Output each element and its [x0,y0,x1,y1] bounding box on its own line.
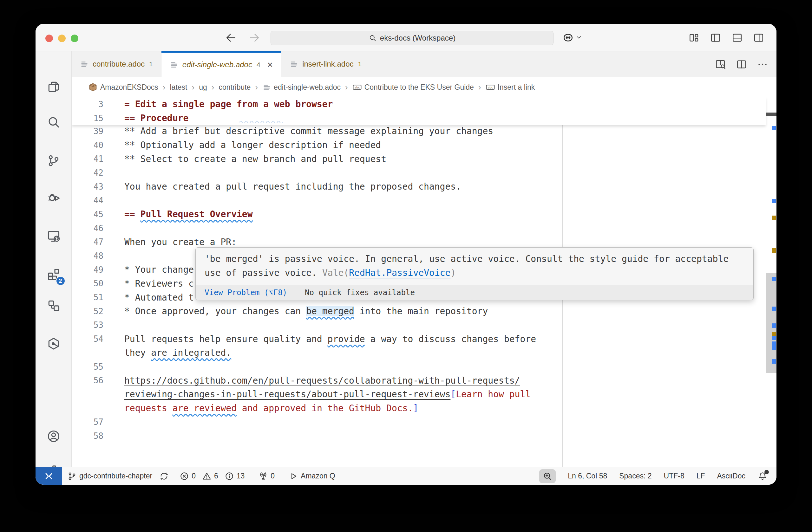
ports-status[interactable]: 0 [259,471,275,481]
screen-zoom-button[interactable] [539,469,556,483]
search-activity-button[interactable] [44,113,63,131]
breadcrumb-item[interactable]: ug [199,83,207,92]
line-content: = Edit a single page from a web browser [124,99,333,109]
breadcrumb-item[interactable]: latest [170,83,187,92]
code-line[interactable]: 39** Add a brief but descriptive commit … [72,124,777,138]
extensions-activity-button[interactable]: 2 [44,265,63,284]
source-control-activity-button[interactable] [44,151,63,170]
vale-rule-link[interactable]: RedHat.PassiveVoice [349,268,450,278]
line-number: 40 [72,141,107,150]
copilot-menu[interactable] [562,31,582,43]
account-icon [47,429,61,443]
line-number: 46 [72,223,107,233]
warning-count[interactable]: 6 [202,471,218,481]
line-number: 53 [72,320,107,330]
code-line[interactable]: 40** Optionally add a longer description… [72,138,777,152]
remote-explorer-activity-button[interactable] [44,227,63,246]
breadcrumb-item[interactable]: abcContribute to the EKS User Guide [352,83,474,92]
code-line[interactable]: they are integrated. [72,346,777,360]
code-line[interactable]: 45== Pull Request Overview [72,207,777,221]
code-line[interactable]: 58 [72,429,777,443]
hexagon-tool-activity-button[interactable] [44,335,63,353]
error-count[interactable]: 0 [179,471,196,481]
encoding-label: UTF-8 [664,472,684,480]
remote-indicator-button[interactable] [35,467,62,485]
panel-right-button[interactable] [752,31,765,44]
line-number: 55 [72,362,107,372]
code-line[interactable]: 41** Select to create a new branch and p… [72,152,777,166]
panel-left-button[interactable] [709,31,722,44]
breadcrumb-item[interactable]: AmazonEKSDocs [88,83,158,92]
breadcrumb-item[interactable]: contribute [219,83,250,92]
go-forward-button[interactable] [248,31,261,44]
notifications-button[interactable] [757,471,768,481]
panel-bottom-button[interactable] [731,31,743,44]
tab-bar: contribute.adoc1edit-single-web.adoc4×in… [72,51,777,77]
account-activity-button[interactable] [44,427,63,445]
tab-contribute.adoc[interactable]: contribute.adoc1 [72,51,161,77]
code-line[interactable]: 15== Procedure [72,111,766,125]
language-mode[interactable]: AsciiDoc [717,472,745,480]
amazon-q-status[interactable]: Amazon Q [289,471,335,481]
close-tab-icon[interactable]: × [267,60,273,70]
code-line[interactable]: requests are reviewed and approved in th… [72,401,777,415]
eol[interactable]: LF [697,472,705,480]
tab-insert-link.adoc[interactable]: insert-link.adoc1 [281,51,370,77]
code-line[interactable]: 56https://docs.github.com/en/pull-reques… [72,373,777,387]
line-number: 48 [72,251,107,261]
scrollbar-thumb[interactable] [766,273,777,373]
line-number: 15 [72,114,107,123]
encoding[interactable]: UTF-8 [664,472,684,480]
code-token: ** Add a brief but descriptive commit me… [124,126,493,136]
run-debug-activity-button[interactable] [44,188,63,207]
code-line[interactable]: 55 [72,360,777,374]
breadcrumb-item[interactable]: edit-single-web.adoc [262,83,340,92]
explorer-activity-button[interactable] [44,78,63,96]
more-actions-button[interactable] [757,59,768,70]
code-line[interactable]: 52* Once approved, your changes can be m… [72,304,777,318]
sync-status[interactable] [159,471,169,481]
line-content: * Your change [124,264,194,275]
zoom-window-button[interactable] [71,34,78,42]
code-line[interactable]: 57 [72,415,777,429]
code-line[interactable]: 54Pull requests help ensure quality and … [72,332,777,346]
code-line[interactable]: 47When you create a PR: [72,235,777,249]
branch-status[interactable]: gdc-contribute-chapter [67,471,152,481]
line-number: 56 [72,376,107,385]
code-editor[interactable]: 39** Add a brief but descriptive commit … [72,97,777,467]
overview-ruler[interactable] [766,97,777,467]
cursor-position[interactable]: Ln 6, Col 58 [568,472,607,480]
info-count[interactable]: 13 [224,471,245,481]
code-line[interactable]: reviewing-changes-in-pull-requests/about… [72,387,777,401]
breadcrumb-label: latest [170,83,187,92]
linked-boxes-activity-button[interactable] [44,296,63,315]
command-center-search[interactable]: eks-docs (Workspace) [271,31,553,45]
code-line[interactable]: 42 [72,166,777,180]
code-token: [ [450,389,456,399]
view-problem-link[interactable]: View Problem (⌥F8) [205,288,287,297]
overview-warning-marker [772,248,776,253]
warning-count-label: 6 [214,472,218,480]
code-line[interactable]: 3= Edit a single page from a web browser [72,97,766,111]
code-line[interactable]: 46 [72,221,777,235]
copilot-icon [562,31,574,43]
line-number: 3 [72,100,107,109]
tab-edit-single-web.adoc[interactable]: edit-single-web.adoc4× [161,51,281,77]
open-preview-button[interactable] [715,59,726,70]
split-editor-button[interactable] [736,59,747,70]
breadcrumb-separator: › [255,83,259,92]
line-content: * Reviewers c [124,278,194,289]
close-window-button[interactable] [45,34,53,42]
minimize-window-button[interactable] [58,34,66,42]
indentation[interactable]: Spaces: 2 [619,472,652,480]
breadcrumb-item[interactable]: abcInsert a link [485,83,535,92]
go-back-button[interactable] [224,31,237,44]
code-line[interactable]: 53 [72,318,777,332]
layout-customize-button[interactable] [688,31,700,44]
code-line[interactable]: 44 [72,193,777,207]
code-line[interactable]: 43You have created a pull request includ… [72,180,777,194]
error-count-label: 0 [192,472,196,480]
tab-problem-count: 4 [257,61,260,69]
line-number: 41 [72,154,107,164]
warning-icon [202,471,212,481]
